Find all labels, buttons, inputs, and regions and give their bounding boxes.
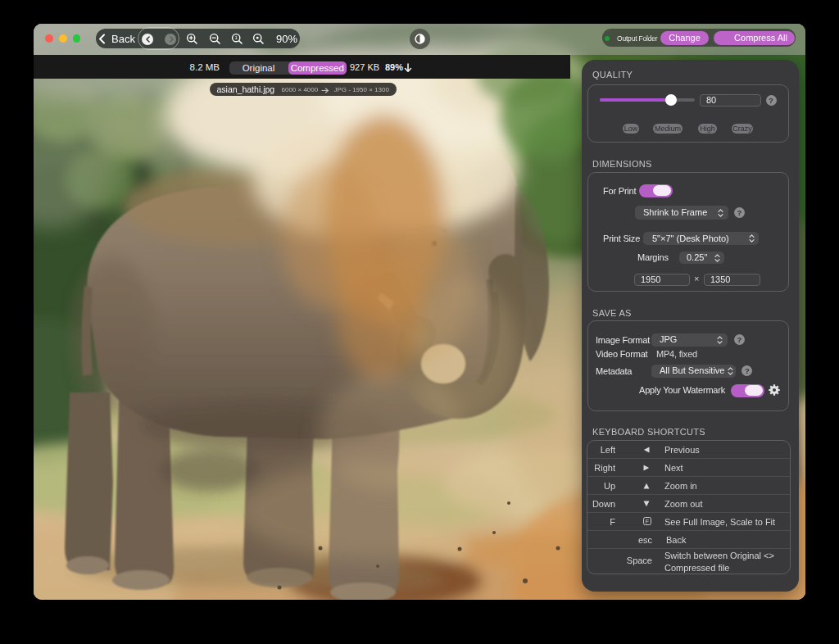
svg-text:1: 1 xyxy=(234,35,238,40)
